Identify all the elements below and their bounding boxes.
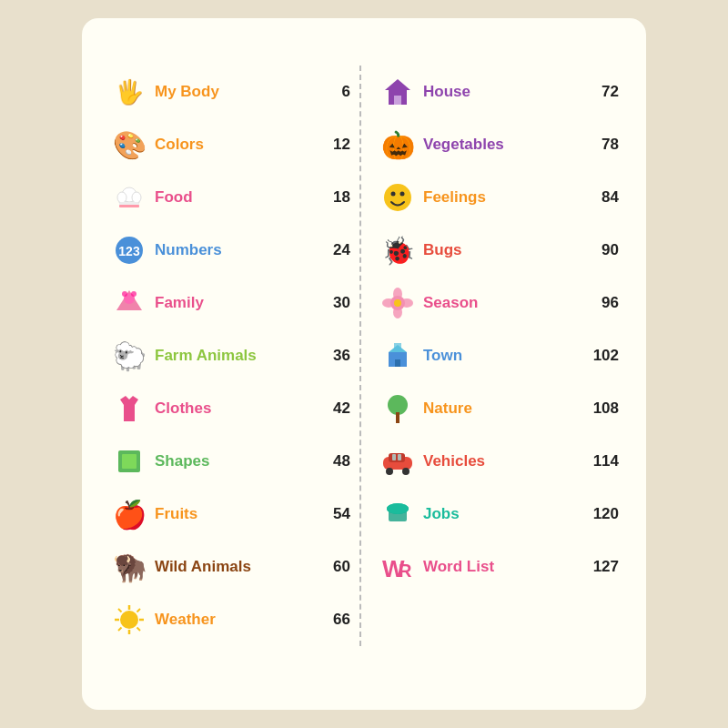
nature-label: Nature bbox=[418, 399, 590, 418]
svg-point-27 bbox=[400, 192, 405, 197]
list-item[interactable]: 🍎Fruits54 bbox=[109, 488, 350, 541]
svg-point-42 bbox=[386, 468, 393, 475]
word-list-icon: W R bbox=[378, 547, 418, 587]
svg-rect-39 bbox=[396, 412, 399, 423]
list-item[interactable]: Feelings84 bbox=[378, 171, 619, 224]
list-item[interactable]: Nature108 bbox=[378, 382, 619, 435]
svg-text:R: R bbox=[399, 561, 412, 581]
house-icon bbox=[378, 72, 418, 112]
bugs-icon: 🐞 bbox=[378, 230, 418, 270]
vehicles-icon bbox=[378, 441, 418, 481]
jobs-label: Jobs bbox=[418, 505, 590, 523]
nature-page: 108 bbox=[590, 399, 619, 418]
svg-point-10 bbox=[131, 291, 136, 297]
list-item[interactable]: Season96 bbox=[378, 277, 619, 329]
town-page: 102 bbox=[590, 347, 619, 365]
bugs-page: 90 bbox=[590, 241, 619, 259]
svg-line-19 bbox=[137, 628, 141, 632]
wild-animals-page: 60 bbox=[321, 558, 350, 576]
fruits-label: Fruits bbox=[149, 505, 321, 523]
svg-rect-37 bbox=[395, 359, 400, 367]
list-item[interactable]: Family30 bbox=[109, 277, 350, 329]
vegetables-icon: 🎃 bbox=[378, 125, 418, 165]
colors-page: 12 bbox=[321, 136, 350, 154]
vehicles-page: 114 bbox=[590, 452, 619, 470]
svg-point-33 bbox=[394, 299, 401, 307]
list-item[interactable]: 🐑Farm Animals36 bbox=[109, 329, 350, 382]
weather-label: Weather bbox=[149, 611, 321, 629]
list-item[interactable]: 🐞Bugs90 bbox=[378, 224, 619, 277]
farm-animals-icon: 🐑 bbox=[109, 336, 149, 376]
list-item[interactable]: 🦬Wild Animals60 bbox=[109, 541, 350, 593]
food-icon bbox=[109, 177, 149, 217]
list-item[interactable]: House72 bbox=[378, 66, 619, 118]
svg-point-29 bbox=[393, 288, 402, 300]
svg-line-21 bbox=[118, 628, 122, 632]
svg-rect-5 bbox=[119, 205, 139, 207]
list-item[interactable]: 🎃Vegetables78 bbox=[378, 118, 619, 171]
clothes-label: Clothes bbox=[149, 399, 321, 418]
svg-marker-36 bbox=[389, 345, 407, 352]
list-item[interactable]: 123 Numbers24 bbox=[109, 224, 350, 277]
list-item[interactable]: Jobs120 bbox=[378, 488, 619, 541]
toc-left-column: 🖐️My Body6🎨Colors12 Food18 123 Numbers24… bbox=[109, 66, 361, 646]
vehicles-label: Vehicles bbox=[418, 452, 590, 470]
fruits-page: 54 bbox=[321, 505, 350, 523]
family-icon bbox=[109, 283, 149, 323]
list-item[interactable]: W R Word List127 bbox=[378, 541, 619, 593]
house-label: House bbox=[418, 83, 590, 101]
numbers-label: Numbers bbox=[149, 241, 321, 259]
shapes-icon bbox=[109, 441, 149, 481]
weather-icon bbox=[109, 600, 149, 640]
house-page: 72 bbox=[590, 83, 619, 101]
weather-page: 66 bbox=[321, 611, 350, 629]
svg-point-30 bbox=[400, 298, 413, 308]
svg-point-25 bbox=[384, 184, 411, 211]
season-icon bbox=[378, 283, 418, 323]
wild-animals-icon: 🦬 bbox=[109, 547, 149, 587]
my-body-label: My Body bbox=[149, 83, 321, 101]
svg-line-18 bbox=[118, 609, 122, 612]
feelings-label: Feelings bbox=[418, 188, 590, 207]
svg-text:123: 123 bbox=[118, 244, 140, 258]
list-item[interactable]: 🖐️My Body6 bbox=[109, 66, 350, 118]
town-label: Town bbox=[418, 347, 590, 365]
shapes-label: Shapes bbox=[149, 452, 321, 470]
svg-point-3 bbox=[132, 192, 141, 203]
svg-point-48 bbox=[387, 503, 409, 514]
colors-label: Colors bbox=[149, 136, 321, 154]
bugs-label: Bugs bbox=[418, 241, 590, 259]
list-item[interactable]: Food18 bbox=[109, 171, 350, 224]
word-list-page: 127 bbox=[590, 558, 619, 576]
svg-rect-24 bbox=[394, 96, 401, 105]
list-item[interactable]: Vehicles114 bbox=[378, 435, 619, 488]
svg-point-26 bbox=[391, 192, 396, 197]
jobs-icon bbox=[378, 494, 418, 534]
feelings-page: 84 bbox=[590, 188, 619, 207]
food-label: Food bbox=[149, 188, 321, 207]
svg-marker-22 bbox=[385, 79, 410, 90]
season-page: 96 bbox=[590, 294, 619, 312]
nature-icon bbox=[378, 389, 418, 429]
colors-icon: 🎨 bbox=[109, 125, 149, 165]
my-body-icon: 🖐️ bbox=[109, 72, 149, 112]
svg-point-43 bbox=[402, 468, 410, 475]
farm-animals-label: Farm Animals bbox=[149, 347, 321, 365]
list-item[interactable]: Weather66 bbox=[109, 593, 350, 646]
wild-animals-label: Wild Animals bbox=[149, 558, 321, 576]
svg-point-32 bbox=[382, 298, 395, 308]
svg-line-20 bbox=[137, 609, 141, 612]
list-item[interactable]: 🎨Colors12 bbox=[109, 118, 350, 171]
list-item[interactable]: Clothes42 bbox=[109, 382, 350, 435]
list-item[interactable]: Town102 bbox=[378, 329, 619, 382]
svg-point-2 bbox=[117, 192, 126, 203]
svg-rect-45 bbox=[398, 454, 401, 460]
contents-page: 🖐️My Body6🎨Colors12 Food18 123 Numbers24… bbox=[82, 18, 646, 710]
list-item[interactable]: Shapes48 bbox=[109, 435, 350, 488]
svg-point-13 bbox=[120, 611, 138, 629]
season-label: Season bbox=[418, 294, 590, 312]
toc-grid: 🖐️My Body6🎨Colors12 Food18 123 Numbers24… bbox=[109, 66, 619, 646]
svg-rect-44 bbox=[392, 454, 396, 460]
family-page: 30 bbox=[321, 294, 350, 312]
numbers-page: 24 bbox=[321, 241, 350, 259]
